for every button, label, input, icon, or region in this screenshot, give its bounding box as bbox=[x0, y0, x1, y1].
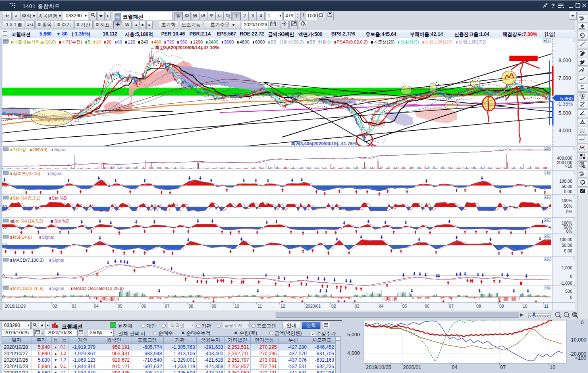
svg-text:4,000: 4,000 bbox=[347, 350, 360, 356]
svg-text:x: x bbox=[548, 258, 550, 261]
svg-text:Sto %K(5,3,1): Sto %K(5,3,1) bbox=[13, 196, 40, 200]
svg-text:05: 05 bbox=[402, 304, 407, 308]
svg-text:x: x bbox=[548, 219, 550, 222]
svg-text:거래량: 거래량 bbox=[13, 147, 26, 152]
svg-text:09: 09 bbox=[499, 304, 504, 308]
svg-text:-1.35%: -1.35% bbox=[557, 101, 573, 107]
svg-text:?: ? bbox=[551, 2, 555, 9]
svg-text:50%: 50% bbox=[564, 204, 572, 208]
svg-text:MACD(12,26,9): MACD(12,26,9) bbox=[13, 286, 44, 291]
svg-text:x: x bbox=[548, 196, 550, 199]
svg-text:⊞: ⊞ bbox=[573, 313, 576, 317]
svg-text:10: 10 bbox=[550, 365, 555, 370]
svg-text:0: 0 bbox=[570, 295, 572, 300]
svg-text:11: 11 bbox=[544, 304, 549, 308]
svg-text:5,000: 5,000 bbox=[559, 110, 571, 116]
svg-text:100%: 100% bbox=[561, 198, 572, 203]
svg-text:8,000: 8,000 bbox=[559, 58, 571, 63]
svg-text:Signal: Signal bbox=[54, 147, 66, 152]
svg-text:−: − bbox=[557, 313, 559, 317]
svg-text:2020/01: 2020/01 bbox=[403, 365, 421, 370]
svg-text:Signal: Signal bbox=[52, 258, 64, 263]
svg-text:10: 10 bbox=[523, 304, 528, 308]
svg-text:x: x bbox=[548, 171, 550, 175]
svg-text:Signal: Signal bbox=[52, 286, 64, 291]
svg-text:x: x bbox=[548, 235, 550, 238]
svg-text:TOOL: TOOL bbox=[579, 27, 586, 30]
svg-text:5,000: 5,000 bbox=[347, 332, 360, 338]
svg-text:05: 05 bbox=[118, 304, 123, 308]
svg-text:MACD(7,100,3): MACD(7,100,3) bbox=[13, 258, 44, 263]
svg-text:0.00: 0.00 bbox=[564, 189, 573, 194]
svg-text:←최고8,620(2019/06/14),47.10%: ←최고8,620(2019/06/14),47.10% bbox=[150, 45, 219, 50]
svg-text:최저3,405(2020/03/19),-41.76% ↑: 최저3,405(2020/03/19),-41.76% ↑ bbox=[291, 141, 360, 146]
svg-text:100.00: 100.00 bbox=[559, 179, 572, 183]
svg-text:2020/01: 2020/01 bbox=[305, 304, 321, 308]
svg-text:×10: ×10 bbox=[565, 164, 572, 169]
svg-text:11: 11 bbox=[258, 304, 262, 308]
svg-text:ALL: ALL bbox=[579, 171, 584, 173]
svg-text:RSI(14,6): RSI(14,6) bbox=[13, 235, 32, 240]
svg-text:5,860: 5,860 bbox=[560, 96, 573, 102]
svg-text:x: x bbox=[548, 147, 550, 151]
svg-text:OBV(9): OBV(9) bbox=[33, 147, 48, 152]
svg-text:100.00: 100.00 bbox=[559, 237, 572, 242]
svg-text:50.00: 50.00 bbox=[562, 184, 572, 189]
svg-text:2019/10/25: 2019/10/25 bbox=[366, 365, 391, 370]
svg-text:02: 02 bbox=[52, 304, 57, 308]
svg-text:03: 03 bbox=[72, 304, 77, 308]
svg-text:x: x bbox=[548, 286, 550, 290]
svg-text:7,000: 7,000 bbox=[559, 75, 571, 81]
svg-text:07: 07 bbox=[165, 304, 170, 308]
svg-text:0: 0 bbox=[570, 274, 572, 279]
svg-text:04: 04 bbox=[94, 304, 99, 308]
svg-text:08: 08 bbox=[189, 304, 193, 308]
svg-text:50.00: 50.00 bbox=[562, 243, 572, 248]
svg-text:0.00: 0.00 bbox=[564, 248, 573, 253]
svg-text:2018/11/29: 2018/11/29 bbox=[5, 304, 26, 308]
svg-text:07: 07 bbox=[500, 365, 506, 370]
svg-text:06: 06 bbox=[425, 304, 430, 308]
svg-text:0: 0 bbox=[581, 320, 584, 325]
svg-text:0%: 0% bbox=[566, 209, 572, 214]
svg-text:ALL: ALL bbox=[579, 16, 584, 18]
svg-text:심리도(10,15): 심리도(10,15) bbox=[13, 171, 40, 176]
svg-text:×100: ×100 bbox=[575, 355, 586, 361]
svg-text:03: 03 bbox=[355, 304, 359, 308]
svg-text:0%: 0% bbox=[566, 229, 572, 233]
svg-text:MACD Oscillator(12,26,9): MACD Oscillator(12,26,9) bbox=[73, 286, 124, 291]
svg-text:-1,000: -1,000 bbox=[560, 281, 572, 285]
svg-text:07: 07 bbox=[449, 304, 454, 308]
svg-text:+: + bbox=[565, 313, 567, 317]
svg-text:Sto %D: Sto %D bbox=[54, 219, 69, 223]
svg-text:12: 12 bbox=[280, 304, 285, 308]
svg-text:04: 04 bbox=[379, 304, 384, 308]
svg-text:Signal: Signal bbox=[42, 235, 54, 240]
svg-text:Sto %D: Sto %D bbox=[52, 196, 67, 200]
svg-text:x: x bbox=[548, 39, 549, 43]
svg-text:10: 10 bbox=[235, 304, 239, 308]
svg-text:500: 500 bbox=[565, 289, 572, 294]
svg-text:08: 08 bbox=[476, 304, 481, 308]
svg-text:Signal: Signal bbox=[50, 171, 62, 176]
svg-text:04: 04 bbox=[452, 365, 457, 370]
svg-text:-10,000: -10,000 bbox=[569, 337, 586, 343]
svg-text:02: 02 bbox=[331, 304, 336, 308]
svg-text:Sto %K(14,5,3): Sto %K(14,5,3) bbox=[13, 219, 43, 223]
svg-text:4,000: 4,000 bbox=[559, 128, 571, 133]
svg-text:06: 06 bbox=[141, 304, 146, 308]
svg-text:1,000: 1,000 bbox=[562, 265, 572, 270]
svg-text:09: 09 bbox=[212, 304, 216, 308]
